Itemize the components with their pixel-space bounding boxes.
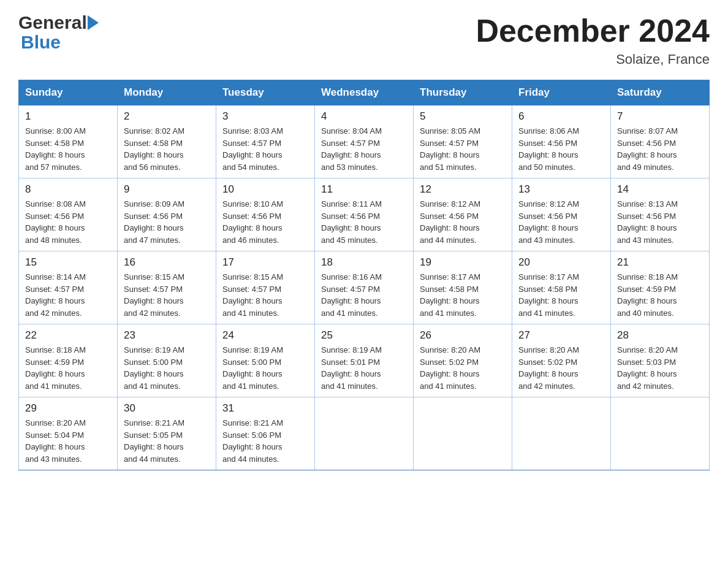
day-info: Sunrise: 8:18 AM Sunset: 4:59 PM Dayligh… xyxy=(617,271,703,319)
day-number: 30 xyxy=(124,402,210,415)
logo: General Blue xyxy=(18,12,99,53)
calendar-cell: 16 Sunrise: 8:15 AM Sunset: 4:57 PM Dayl… xyxy=(118,251,216,324)
day-info: Sunrise: 8:03 AM Sunset: 4:57 PM Dayligh… xyxy=(222,125,308,173)
calendar-cell: 7 Sunrise: 8:07 AM Sunset: 4:56 PM Dayli… xyxy=(611,105,710,178)
day-number: 7 xyxy=(617,110,703,123)
day-number: 1 xyxy=(25,110,111,123)
calendar-cell: 22 Sunrise: 8:18 AM Sunset: 4:59 PM Dayl… xyxy=(19,324,118,397)
day-info: Sunrise: 8:19 AM Sunset: 5:01 PM Dayligh… xyxy=(321,344,407,392)
day-number: 17 xyxy=(222,256,308,269)
day-number: 31 xyxy=(222,402,308,415)
calendar-cell: 28 Sunrise: 8:20 AM Sunset: 5:03 PM Dayl… xyxy=(611,324,710,397)
calendar-cell: 1 Sunrise: 8:00 AM Sunset: 4:58 PM Dayli… xyxy=(19,105,118,178)
calendar-cell: 15 Sunrise: 8:14 AM Sunset: 4:57 PM Dayl… xyxy=(19,251,118,324)
calendar-cell: 23 Sunrise: 8:19 AM Sunset: 5:00 PM Dayl… xyxy=(118,324,216,397)
calendar-cell xyxy=(512,397,611,470)
day-info: Sunrise: 8:12 AM Sunset: 4:56 PM Dayligh… xyxy=(518,198,604,246)
day-info: Sunrise: 8:20 AM Sunset: 5:02 PM Dayligh… xyxy=(420,344,506,392)
day-info: Sunrise: 8:21 AM Sunset: 5:05 PM Dayligh… xyxy=(124,417,210,465)
calendar-cell: 9 Sunrise: 8:09 AM Sunset: 4:56 PM Dayli… xyxy=(118,178,216,251)
calendar-cell: 14 Sunrise: 8:13 AM Sunset: 4:56 PM Dayl… xyxy=(611,178,710,251)
logo-blue-text: Blue xyxy=(18,32,99,53)
day-number: 6 xyxy=(518,110,604,123)
calendar-cell: 12 Sunrise: 8:12 AM Sunset: 4:56 PM Dayl… xyxy=(414,178,512,251)
day-number: 21 xyxy=(617,256,703,269)
day-number: 27 xyxy=(518,329,604,342)
day-number: 10 xyxy=(222,183,308,196)
day-number: 22 xyxy=(25,329,111,342)
day-info: Sunrise: 8:20 AM Sunset: 5:02 PM Dayligh… xyxy=(518,344,604,392)
day-number: 8 xyxy=(25,183,111,196)
day-info: Sunrise: 8:17 AM Sunset: 4:58 PM Dayligh… xyxy=(518,271,604,319)
day-number: 26 xyxy=(420,329,506,342)
day-info: Sunrise: 8:05 AM Sunset: 4:57 PM Dayligh… xyxy=(420,125,506,173)
day-number: 15 xyxy=(25,256,111,269)
calendar-header-tuesday: Tuesday xyxy=(216,80,315,105)
day-info: Sunrise: 8:07 AM Sunset: 4:56 PM Dayligh… xyxy=(617,125,703,173)
page-header: General Blue December 2024 Solaize, Fran… xyxy=(18,12,710,67)
calendar-week-row: 29 Sunrise: 8:20 AM Sunset: 5:04 PM Dayl… xyxy=(19,397,710,470)
calendar-cell: 27 Sunrise: 8:20 AM Sunset: 5:02 PM Dayl… xyxy=(512,324,611,397)
day-info: Sunrise: 8:10 AM Sunset: 4:56 PM Dayligh… xyxy=(222,198,308,246)
calendar-cell: 20 Sunrise: 8:17 AM Sunset: 4:58 PM Dayl… xyxy=(512,251,611,324)
calendar-cell: 2 Sunrise: 8:02 AM Sunset: 4:58 PM Dayli… xyxy=(118,105,216,178)
day-info: Sunrise: 8:09 AM Sunset: 4:56 PM Dayligh… xyxy=(124,198,210,246)
day-number: 3 xyxy=(222,110,308,123)
calendar-cell: 21 Sunrise: 8:18 AM Sunset: 4:59 PM Dayl… xyxy=(611,251,710,324)
day-number: 16 xyxy=(124,256,210,269)
day-number: 4 xyxy=(321,110,407,123)
calendar-cell: 3 Sunrise: 8:03 AM Sunset: 4:57 PM Dayli… xyxy=(216,105,315,178)
calendar-cell: 6 Sunrise: 8:06 AM Sunset: 4:56 PM Dayli… xyxy=(512,105,611,178)
day-number: 25 xyxy=(321,329,407,342)
day-info: Sunrise: 8:08 AM Sunset: 4:56 PM Dayligh… xyxy=(25,198,111,246)
calendar-cell: 10 Sunrise: 8:10 AM Sunset: 4:56 PM Dayl… xyxy=(216,178,315,251)
calendar-table: SundayMondayTuesdayWednesdayThursdayFrid… xyxy=(18,80,710,470)
main-title: December 2024 xyxy=(476,12,710,49)
day-info: Sunrise: 8:20 AM Sunset: 5:03 PM Dayligh… xyxy=(617,344,703,392)
day-info: Sunrise: 8:18 AM Sunset: 4:59 PM Dayligh… xyxy=(25,344,111,392)
calendar-cell: 17 Sunrise: 8:15 AM Sunset: 4:57 PM Dayl… xyxy=(216,251,315,324)
calendar-cell: 4 Sunrise: 8:04 AM Sunset: 4:57 PM Dayli… xyxy=(315,105,414,178)
day-info: Sunrise: 8:14 AM Sunset: 4:57 PM Dayligh… xyxy=(25,271,111,319)
day-info: Sunrise: 8:15 AM Sunset: 4:57 PM Dayligh… xyxy=(222,271,308,319)
calendar-week-row: 8 Sunrise: 8:08 AM Sunset: 4:56 PM Dayli… xyxy=(19,178,710,251)
calendar-cell: 26 Sunrise: 8:20 AM Sunset: 5:02 PM Dayl… xyxy=(414,324,512,397)
day-info: Sunrise: 8:15 AM Sunset: 4:57 PM Dayligh… xyxy=(124,271,210,319)
calendar-header-friday: Friday xyxy=(512,80,611,105)
calendar-week-row: 1 Sunrise: 8:00 AM Sunset: 4:58 PM Dayli… xyxy=(19,105,710,178)
day-info: Sunrise: 8:19 AM Sunset: 5:00 PM Dayligh… xyxy=(124,344,210,392)
calendar-header-saturday: Saturday xyxy=(611,80,710,105)
calendar-cell: 24 Sunrise: 8:19 AM Sunset: 5:00 PM Dayl… xyxy=(216,324,315,397)
day-info: Sunrise: 8:12 AM Sunset: 4:56 PM Dayligh… xyxy=(420,198,506,246)
calendar-header-thursday: Thursday xyxy=(414,80,512,105)
calendar-cell xyxy=(414,397,512,470)
day-number: 2 xyxy=(124,110,210,123)
day-number: 12 xyxy=(420,183,506,196)
calendar-cell: 18 Sunrise: 8:16 AM Sunset: 4:57 PM Dayl… xyxy=(315,251,414,324)
logo-triangle-icon xyxy=(88,15,99,30)
logo-general-text: General xyxy=(18,12,87,33)
day-number: 23 xyxy=(124,329,210,342)
day-number: 20 xyxy=(518,256,604,269)
subtitle: Solaize, France xyxy=(476,52,710,67)
day-info: Sunrise: 8:04 AM Sunset: 4:57 PM Dayligh… xyxy=(321,125,407,173)
day-info: Sunrise: 8:17 AM Sunset: 4:58 PM Dayligh… xyxy=(420,271,506,319)
calendar-week-row: 22 Sunrise: 8:18 AM Sunset: 4:59 PM Dayl… xyxy=(19,324,710,397)
day-number: 24 xyxy=(222,329,308,342)
day-info: Sunrise: 8:02 AM Sunset: 4:58 PM Dayligh… xyxy=(124,125,210,173)
calendar-header-wednesday: Wednesday xyxy=(315,80,414,105)
calendar-cell: 25 Sunrise: 8:19 AM Sunset: 5:01 PM Dayl… xyxy=(315,324,414,397)
calendar-cell: 29 Sunrise: 8:20 AM Sunset: 5:04 PM Dayl… xyxy=(19,397,118,470)
calendar-cell: 30 Sunrise: 8:21 AM Sunset: 5:05 PM Dayl… xyxy=(118,397,216,470)
calendar-cell xyxy=(611,397,710,470)
day-number: 19 xyxy=(420,256,506,269)
calendar-cell: 13 Sunrise: 8:12 AM Sunset: 4:56 PM Dayl… xyxy=(512,178,611,251)
day-info: Sunrise: 8:11 AM Sunset: 4:56 PM Dayligh… xyxy=(321,198,407,246)
calendar-cell: 31 Sunrise: 8:21 AM Sunset: 5:06 PM Dayl… xyxy=(216,397,315,470)
day-number: 5 xyxy=(420,110,506,123)
day-number: 18 xyxy=(321,256,407,269)
calendar-cell: 5 Sunrise: 8:05 AM Sunset: 4:57 PM Dayli… xyxy=(414,105,512,178)
day-info: Sunrise: 8:00 AM Sunset: 4:58 PM Dayligh… xyxy=(25,125,111,173)
day-info: Sunrise: 8:19 AM Sunset: 5:00 PM Dayligh… xyxy=(222,344,308,392)
day-number: 11 xyxy=(321,183,407,196)
